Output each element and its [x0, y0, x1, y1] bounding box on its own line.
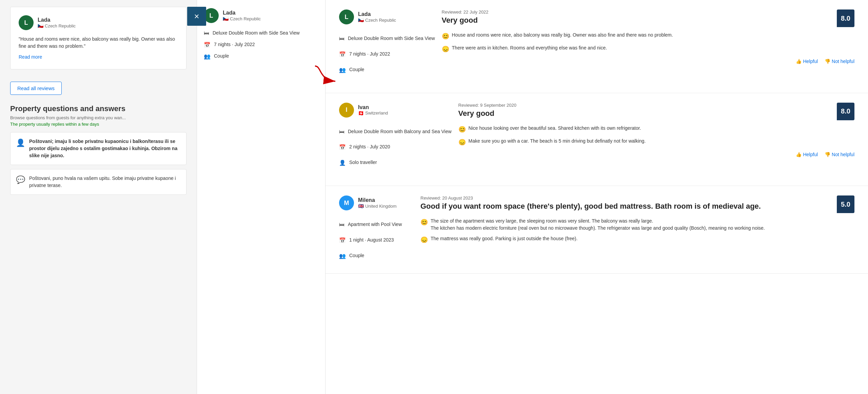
- room-text-r3: Apartment with Pool View: [348, 221, 402, 228]
- mid-reviewer-info: Lada 🇨🇿 Czech Republic: [223, 10, 261, 21]
- not-helpful-button-2[interactable]: 👎 Not helpful: [825, 152, 854, 157]
- thumbs-down-icon-2: 👎: [825, 152, 830, 157]
- review-row-3: M Milena 🇬🇧 United Kingdom 🛏 Apartment w…: [326, 186, 868, 274]
- qa-answer-text: Poštovani, puno hvala na vašem upitu. So…: [29, 175, 181, 189]
- right-reviewer-info-2: Ivan 🇨🇭 Switzerland: [358, 104, 388, 116]
- traveler-text-r1: Couple: [349, 66, 364, 73]
- right-reviewer-info-3: Milena 🇬🇧 United Kingdom: [358, 197, 397, 209]
- helpful-button-1[interactable]: 👍 Helpful: [796, 59, 818, 64]
- qa-answer-item: 💬 Poštovani, puno hvala na vašem upitu. …: [10, 169, 186, 195]
- negative-sentiment-3: 😞 The mattress was really good. Parking …: [420, 235, 854, 245]
- review-sidebar-3: M Milena 🇬🇧 United Kingdom 🛏 Apartment w…: [339, 195, 414, 264]
- avatar: L: [19, 15, 34, 30]
- mid-flag-icon: 🇨🇿: [223, 16, 229, 21]
- cal-icon-r1: 📅: [339, 51, 346, 58]
- bed-icon: 🛏: [204, 30, 209, 36]
- review-header-1: Reviewed: 22 July 2022 Very good 8.0: [442, 9, 854, 29]
- happy-icon-3: 😊: [420, 218, 428, 227]
- sad-icon-2: 😞: [458, 138, 466, 147]
- mid-nights: 📅 7 nights · July 2022: [204, 41, 318, 48]
- right-reviewer-name-2: Ivan: [358, 104, 388, 110]
- review-title-2: Very good: [458, 109, 516, 118]
- negative-text-2: Make sure you go with a car. The beach i…: [469, 138, 646, 145]
- review-title-3: Good if you want room space (there's ple…: [420, 202, 761, 211]
- qa-question-text: Poštovani; imaju li sobe privatnu kupaon…: [29, 138, 181, 159]
- thumbs-up-icon-1: 👍: [796, 59, 802, 64]
- review-row: L Lada 🇨🇿 Czech Republic 🛏 Deluxe Double…: [326, 0, 868, 93]
- answer-icon: 💬: [16, 175, 25, 184]
- right-traveler-1: 👥 Couple: [339, 66, 435, 73]
- review-header-2: Reviewed: 9 September 2020 Very good 8.0: [458, 103, 854, 123]
- right-reviewer-country-3: 🇬🇧 United Kingdom: [358, 203, 397, 209]
- thumbs-up-icon-2: 👍: [796, 152, 802, 157]
- middle-panel: L Lada 🇨🇿 Czech Republic 🛏 Deluxe Double…: [197, 0, 326, 394]
- reply-time: The property usually replies within a fe…: [10, 122, 186, 127]
- property-qa-subtitle: Browse questions from guests for anythin…: [10, 115, 186, 120]
- right-nights-2: 📅 2 nights · July 2020: [339, 144, 452, 150]
- nights-text-r2: 2 nights · July 2020: [349, 144, 390, 150]
- positive-sentiment-1: 😊 House and rooms were nice, also balcon…: [442, 32, 854, 41]
- score-box-3: 5.0: [837, 195, 854, 213]
- mid-traveler-type: 👥 Couple: [204, 53, 318, 60]
- right-nights-3: 📅 1 night · August 2023: [339, 237, 414, 244]
- not-helpful-button-1[interactable]: 👎 Not helpful: [825, 59, 854, 64]
- review-meta-1: Reviewed: 22 July 2022 Very good: [442, 9, 489, 29]
- positive-text-2: Nice house looking over the beautiful se…: [469, 125, 641, 132]
- read-all-reviews-button[interactable]: Read all reviews: [10, 82, 62, 95]
- review-meta-3: Reviewed: 20 August 2023 Good if you wan…: [420, 195, 761, 215]
- happy-icon-2: 😊: [458, 125, 466, 134]
- review-text: "House and rooms were nice, also balcony…: [19, 36, 178, 50]
- negative-sentiment-1: 😞 There were ants in kitchen. Rooms and …: [442, 44, 854, 54]
- reviewed-date-3: Reviewed: 20 August 2023: [420, 195, 761, 201]
- property-qa-section: Property questions and answers Browse qu…: [10, 104, 186, 195]
- positive-text-3: The size of the apartment was very large…: [431, 217, 765, 232]
- person-icon-r2: 👤: [339, 160, 346, 166]
- right-room-2: 🛏 Deluxe Double Room with Balcony and Se…: [339, 128, 452, 135]
- positive-sentiment-2: 😊 Nice house looking over the beautiful …: [458, 125, 854, 134]
- bed-icon-r2: 🛏: [339, 129, 344, 135]
- question-icon: 👤: [16, 139, 25, 147]
- helpful-button-2[interactable]: 👍 Helpful: [796, 152, 818, 157]
- right-reviewer-name-1: Lada: [358, 11, 396, 17]
- right-reviewer-name-3: Milena: [358, 197, 397, 203]
- read-more-link[interactable]: Read more: [19, 54, 42, 60]
- happy-icon-1: 😊: [442, 32, 449, 41]
- right-flag-3: 🇬🇧: [358, 203, 364, 209]
- sad-icon-3: 😞: [420, 235, 428, 245]
- person-icon: 👥: [204, 53, 211, 60]
- bed-icon-r1: 🛏: [339, 36, 344, 42]
- review-meta-2: Reviewed: 9 September 2020 Very good: [458, 103, 516, 123]
- reviewed-date-1: Reviewed: 22 July 2022: [442, 9, 489, 15]
- bed-icon-r3: 🛏: [339, 222, 344, 228]
- score-box-1: 8.0: [837, 9, 854, 27]
- mid-reviewer-country: 🇨🇿 Czech Republic: [223, 16, 261, 21]
- traveler-text-r3: Couple: [349, 252, 364, 259]
- calendar-icon: 📅: [204, 42, 211, 48]
- left-review-card: L Lada 🇨🇿 Czech Republic "House and room…: [10, 7, 186, 69]
- arrow-svg: [312, 59, 346, 86]
- traveler-text-r2: Solo traveller: [349, 159, 377, 166]
- positive-sentiment-3: 😊 The size of the apartment was very lar…: [420, 217, 854, 232]
- thumbs-down-icon-1: 👎: [825, 59, 830, 64]
- flag-icon: 🇨🇿: [38, 23, 43, 28]
- room-text-r2: Deluxe Double Room with Balcony and Sea …: [348, 128, 452, 135]
- person-icon-r3: 👥: [339, 253, 346, 259]
- reviewer-name: Lada: [38, 17, 76, 23]
- review-sidebar-2: I Ivan 🇨🇭 Switzerland 🛏 Deluxe Double Ro…: [339, 103, 452, 171]
- right-nights-1: 📅 7 nights · July 2022: [339, 51, 435, 58]
- close-button[interactable]: ×: [187, 7, 206, 26]
- review-actions-1: 👍 Helpful 👎 Not helpful: [442, 59, 854, 64]
- review-row-top-2: I Ivan 🇨🇭 Switzerland 🛏 Deluxe Double Ro…: [339, 103, 854, 171]
- left-panel: L Lada 🇨🇿 Czech Republic "House and room…: [0, 0, 197, 394]
- mid-room-type: 🛏 Deluxe Double Room with Side Sea View: [204, 30, 318, 37]
- nights-text-r1: 7 nights · July 2022: [349, 51, 390, 58]
- reviewer-header: L Lada 🇨🇿 Czech Republic: [19, 15, 178, 30]
- right-avatar-1: L: [339, 9, 354, 24]
- right-room-3: 🛏 Apartment with Pool View: [339, 221, 414, 228]
- mid-reviewer-name: Lada: [223, 10, 261, 16]
- negative-text-1: There were ants in kitchen. Rooms and ev…: [452, 44, 607, 51]
- room-text-r1: Deluxe Double Room with Side Sea View: [348, 35, 435, 42]
- review-content-3: Reviewed: 20 August 2023 Good if you wan…: [420, 195, 854, 264]
- review-actions-2: 👍 Helpful 👎 Not helpful: [458, 152, 854, 157]
- right-flag-1: 🇨🇿: [358, 17, 364, 23]
